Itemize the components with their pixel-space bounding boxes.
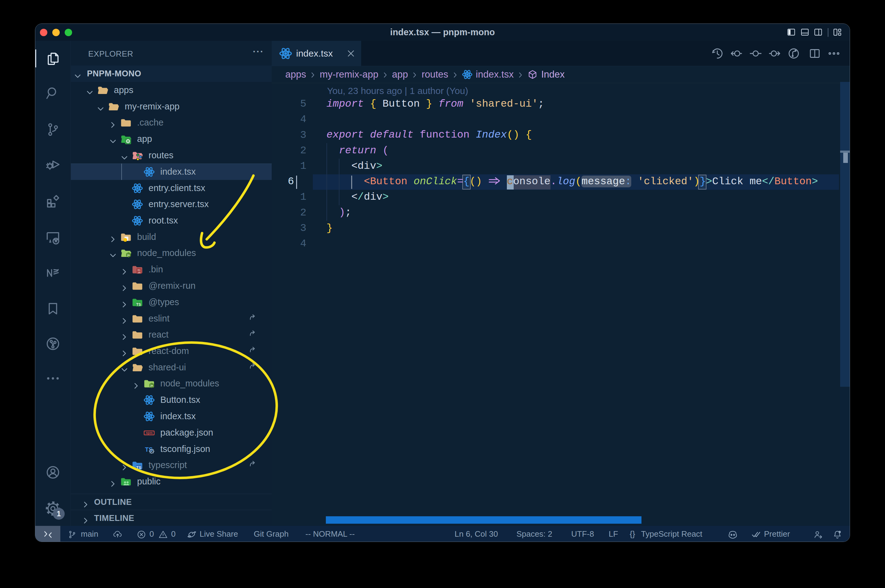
- svg-text:js: js: [127, 253, 130, 256]
- svg-text:01: 01: [138, 269, 141, 272]
- svg-text:10: 10: [138, 272, 141, 274]
- svg-text:js: js: [150, 384, 153, 387]
- svg-text:TS: TS: [136, 302, 141, 307]
- svg-text:TS: TS: [136, 465, 141, 470]
- svg-text:npm: npm: [146, 431, 152, 435]
